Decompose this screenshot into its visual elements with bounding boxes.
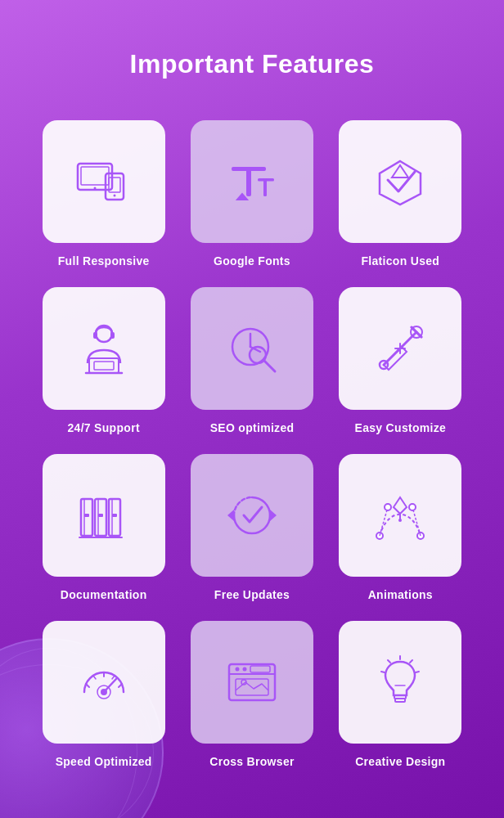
- svg-line-64: [410, 660, 412, 663]
- icon-box-cross-browser: [191, 621, 313, 744]
- label-flaticon: Flaticon Used: [361, 254, 439, 267]
- feature-creative-design: Creative Design: [338, 621, 463, 768]
- icon-box-google-fonts: [191, 120, 313, 243]
- label-speed-optimized: Speed Optimized: [56, 755, 152, 768]
- icon-box-speed-optimized: [43, 621, 165, 744]
- label-support: 24/7 Support: [67, 421, 139, 434]
- creative-icon: [367, 649, 433, 715]
- svg-point-44: [398, 519, 402, 522]
- svg-rect-9: [263, 178, 267, 196]
- main-container: Important Features Full Responsive: [0, 0, 504, 817]
- svg-point-42: [409, 504, 416, 510]
- seo-icon: [219, 316, 285, 381]
- svg-rect-33: [112, 514, 117, 517]
- feature-google-fonts: Google Fonts: [189, 120, 314, 267]
- feature-full-responsive: Full Responsive: [41, 120, 166, 267]
- svg-point-2: [93, 187, 96, 190]
- svg-rect-7: [246, 167, 251, 196]
- svg-line-19: [264, 361, 275, 371]
- flaticon-icon: [367, 149, 433, 214]
- label-google-fonts: Google Fonts: [214, 254, 290, 267]
- icon-box-flaticon: [339, 120, 461, 243]
- icon-box-seo: [191, 287, 313, 410]
- svg-rect-11: [93, 332, 97, 339]
- feature-cross-browser: Cross Browser: [189, 621, 314, 768]
- label-easy-customize: Easy Customize: [355, 421, 447, 434]
- features-grid: Full Responsive Google Fonts: [41, 120, 463, 768]
- icon-box-free-updates: [191, 454, 313, 577]
- icon-box-animations: [339, 454, 461, 577]
- page-title: Important Features: [41, 49, 463, 79]
- svg-rect-12: [110, 332, 115, 339]
- svg-point-41: [385, 504, 391, 510]
- svg-rect-57: [250, 666, 270, 672]
- svg-line-47: [119, 684, 122, 687]
- icon-box-documentation: [43, 454, 165, 577]
- support-icon: [71, 316, 137, 381]
- svg-line-66: [388, 660, 390, 663]
- svg-line-49: [112, 676, 115, 679]
- feature-easy-customize: Easy Customize: [338, 287, 463, 434]
- svg-line-48: [93, 676, 96, 679]
- customize-icon: [367, 316, 433, 381]
- icon-box-creative-design: [339, 621, 461, 744]
- svg-point-55: [235, 667, 239, 672]
- feature-free-updates: Free Updates: [189, 454, 314, 601]
- feature-animations: Animations: [338, 454, 463, 601]
- svg-rect-0: [78, 164, 112, 190]
- animations-icon: [367, 483, 433, 548]
- fonts-icon: [219, 149, 285, 214]
- responsive-icon: [71, 149, 137, 214]
- svg-point-51: [101, 689, 107, 695]
- documentation-icon: [71, 483, 137, 548]
- label-documentation: Documentation: [61, 588, 147, 601]
- speed-icon: [71, 649, 137, 715]
- feature-seo: SEO optimized: [189, 287, 314, 434]
- svg-point-20: [250, 347, 266, 363]
- label-cross-browser: Cross Browser: [209, 755, 295, 768]
- svg-rect-28: [95, 499, 106, 536]
- svg-point-56: [242, 667, 246, 672]
- svg-line-39: [380, 507, 388, 536]
- feature-support: 24/7 Support: [41, 287, 166, 434]
- svg-rect-61: [395, 699, 405, 702]
- svg-line-65: [416, 672, 419, 672]
- svg-rect-31: [109, 499, 120, 536]
- feature-speed-optimized: Speed Optimized: [41, 621, 166, 768]
- svg-rect-27: [84, 514, 89, 517]
- svg-rect-15: [94, 362, 114, 370]
- label-animations: Animations: [368, 588, 433, 601]
- svg-marker-35: [270, 510, 277, 521]
- label-seo: SEO optimized: [210, 421, 295, 434]
- svg-rect-25: [81, 499, 92, 536]
- svg-rect-30: [98, 514, 103, 517]
- label-creative-design: Creative Design: [355, 755, 445, 768]
- svg-line-45: [86, 684, 89, 687]
- icon-box-full-responsive: [43, 120, 165, 243]
- svg-line-67: [381, 672, 385, 672]
- label-full-responsive: Full Responsive: [58, 254, 150, 267]
- browser-icon: [219, 649, 285, 715]
- icon-box-support: [43, 287, 165, 410]
- feature-documentation: Documentation: [41, 454, 166, 601]
- feature-flaticon: Flaticon Used: [338, 120, 463, 267]
- updates-icon: [219, 483, 285, 548]
- svg-marker-36: [227, 510, 234, 521]
- label-free-updates: Free Updates: [214, 588, 290, 601]
- svg-point-5: [113, 195, 115, 197]
- icon-box-easy-customize: [339, 287, 461, 410]
